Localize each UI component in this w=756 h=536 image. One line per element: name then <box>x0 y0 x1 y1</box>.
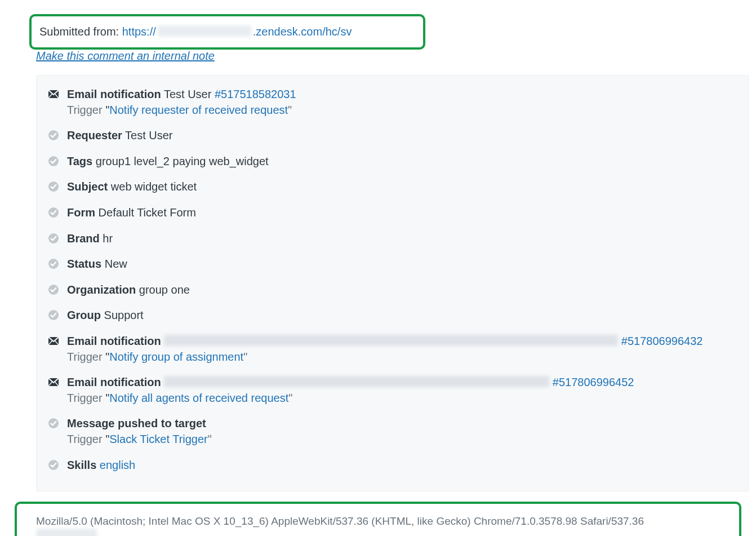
event-subline: Trigger "Notify all agents of received r… <box>67 391 738 406</box>
event-row: Group Support <box>47 304 738 330</box>
redacted-recipients <box>164 335 618 346</box>
event-value: hr <box>103 232 113 245</box>
checkmark-icon <box>48 458 60 471</box>
event-line: Email notification #517806996452 <box>67 376 634 388</box>
event-body: Email notification Test User #5175185820… <box>67 87 738 118</box>
event-body: Email notification #517806996432Trigger … <box>67 334 738 365</box>
event-label: Subject <box>67 180 108 193</box>
event-body: Status New <box>67 256 738 272</box>
event-body: Organization group one <box>67 282 738 298</box>
event-line: Email notification Test User #5175185820… <box>67 88 296 100</box>
event-body: Brand hr <box>67 231 738 247</box>
event-label: Message pushed to target <box>67 417 206 429</box>
event-value-link[interactable]: english <box>100 459 135 471</box>
event-value: Test User <box>164 88 211 100</box>
mail-icon <box>48 334 60 347</box>
event-line: Status New <box>67 258 127 270</box>
trigger-prefix: Trigger <box>67 104 103 116</box>
event-value: web widget ticket <box>111 180 197 193</box>
event-row: Email notification #517806996452Trigger … <box>47 371 738 413</box>
event-subline: Trigger "Notify group of assignment" <box>67 349 738 365</box>
trigger-link[interactable]: Notify group of assignment <box>109 351 243 363</box>
trigger-link[interactable]: Slack Ticket Trigger <box>109 433 208 445</box>
event-label: Requester <box>67 129 122 141</box>
requester-meta-callout: Mozilla/5.0 (Macintosh; Intel Mac OS X 1… <box>15 502 741 536</box>
event-body: Tags group1 level_2 paying web_widget <box>67 154 738 170</box>
event-id-link[interactable]: #517806996452 <box>553 376 634 388</box>
event-line: Organization group one <box>67 283 190 296</box>
event-body: Form Default Ticket Form <box>67 205 738 221</box>
event-body: Email notification #517806996452Trigger … <box>67 375 738 406</box>
event-row: Requester Test User <box>47 125 738 150</box>
ticket-events-panel: Email notification Test User #5175185820… <box>36 75 749 491</box>
event-line: Skills english <box>67 459 135 471</box>
trigger-close-quote: " <box>243 351 247 363</box>
event-value: Default Ticket Form <box>99 206 196 219</box>
event-label: Organization <box>67 283 136 296</box>
event-line: Message pushed to target <box>67 417 206 429</box>
submitted-from-callout: Submitted from: https://.zendesk.com/hc/… <box>29 14 425 50</box>
event-line: Email notification #517806996432 <box>67 335 702 347</box>
event-row: Message pushed to targetTrigger "Slack T… <box>47 413 738 454</box>
submitted-from-prefix: Submitted from: <box>39 25 122 38</box>
event-subline: Trigger "Slack Ticket Trigger" <box>67 432 738 448</box>
url-scheme: https:// <box>122 25 156 38</box>
checkmark-icon <box>48 154 60 167</box>
trigger-prefix: Trigger <box>67 351 103 363</box>
event-row: Email notification Test User #5175185820… <box>47 83 738 125</box>
event-body: Requester Test User <box>67 128 738 144</box>
event-value: group1 level_2 paying web_widget <box>96 155 269 167</box>
event-label: Email notification <box>67 335 161 347</box>
trigger-close-quote: " <box>208 433 212 445</box>
redacted-recipients <box>164 376 549 387</box>
event-row: Email notification #517806996432Trigger … <box>47 330 738 371</box>
checkmark-icon <box>48 308 60 321</box>
checkmark-icon <box>48 282 60 295</box>
event-value: New <box>105 258 127 270</box>
make-internal-note-link[interactable]: Make this comment an internal note <box>36 50 215 62</box>
mail-icon <box>48 87 60 100</box>
checkmark-icon <box>48 231 60 244</box>
event-label: Email notification <box>67 88 161 100</box>
trigger-prefix: Trigger <box>67 392 103 404</box>
checkmark-icon <box>48 128 60 141</box>
event-label: Form <box>67 206 95 219</box>
event-row: Organization group one <box>47 279 738 305</box>
event-line: Form Default Ticket Form <box>67 206 196 219</box>
event-subline: Trigger "Notify requester of received re… <box>67 103 738 118</box>
event-line: Group Support <box>67 309 144 321</box>
event-body: Subject web widget ticket <box>67 179 738 195</box>
url-domain: .zendesk.com/hc/sv <box>253 25 352 38</box>
event-id-link[interactable]: #517518582031 <box>215 88 296 100</box>
event-row: Status New <box>47 253 738 279</box>
user-agent: Mozilla/5.0 (Macintosh; Intel Mac OS X 1… <box>36 515 722 528</box>
event-label: Skills <box>67 459 96 471</box>
event-label: Group <box>67 309 101 321</box>
trigger-prefix: Trigger <box>67 433 103 445</box>
event-row: Skills english <box>47 454 738 480</box>
event-body: Group Support <box>67 308 738 324</box>
submitted-from-url[interactable]: https://.zendesk.com/hc/sv <box>122 25 352 38</box>
event-label: Email notification <box>67 376 161 388</box>
event-line: Tags group1 level_2 paying web_widget <box>67 155 269 167</box>
submitted-from-line: Submitted from: https://.zendesk.com/hc/… <box>39 25 352 38</box>
redacted-ip <box>36 529 97 536</box>
checkmark-icon <box>48 256 60 269</box>
event-row: Tags group1 level_2 paying web_widget <box>47 150 738 176</box>
event-label: Brand <box>67 232 100 245</box>
event-line: Requester Test User <box>67 129 172 141</box>
checkmark-icon <box>48 205 60 218</box>
event-row: Form Default Ticket Form <box>47 202 738 228</box>
event-id-link[interactable]: #517806996432 <box>621 335 703 347</box>
redacted-subdomain <box>158 25 251 37</box>
event-body: Message pushed to targetTrigger "Slack T… <box>67 416 738 447</box>
checkmark-icon <box>48 179 60 192</box>
event-row: Subject web widget ticket <box>47 176 738 202</box>
trigger-link[interactable]: Notify requester of received request <box>109 104 288 116</box>
mail-icon <box>48 375 60 388</box>
event-value: Support <box>104 309 144 321</box>
event-label: Status <box>67 258 101 270</box>
trigger-link[interactable]: Notify all agents of received request <box>109 392 288 404</box>
event-row: Brand hr <box>47 228 738 254</box>
event-body: Skills english <box>67 458 738 473</box>
